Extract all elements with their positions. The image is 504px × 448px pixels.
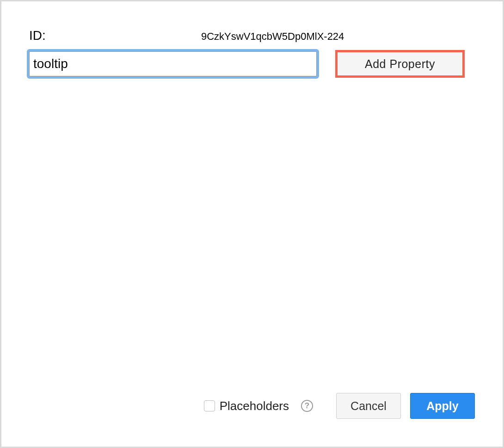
property-name-input[interactable] <box>29 51 317 76</box>
id-label: ID: <box>29 28 201 43</box>
id-row: ID: 9CzkYswV1qcbW5Dp0MlX-224 <box>29 28 475 43</box>
apply-button[interactable]: Apply <box>410 393 475 419</box>
input-row: Add Property <box>29 51 475 78</box>
dialog-container: ID: 9CzkYswV1qcbW5Dp0MlX-224 Add Propert… <box>0 0 504 448</box>
help-icon[interactable]: ? <box>301 400 313 412</box>
cancel-button[interactable]: Cancel <box>336 393 401 419</box>
dialog-footer: Placeholders ? Cancel Apply <box>204 393 475 419</box>
add-property-button[interactable]: Add Property <box>335 50 465 78</box>
placeholders-label: Placeholders <box>220 399 289 413</box>
help-glyph: ? <box>305 401 309 411</box>
id-value: 9CzkYswV1qcbW5Dp0MlX-224 <box>201 31 344 43</box>
placeholders-checkbox[interactable] <box>204 400 215 411</box>
placeholders-checkbox-wrap: Placeholders <box>204 399 289 413</box>
